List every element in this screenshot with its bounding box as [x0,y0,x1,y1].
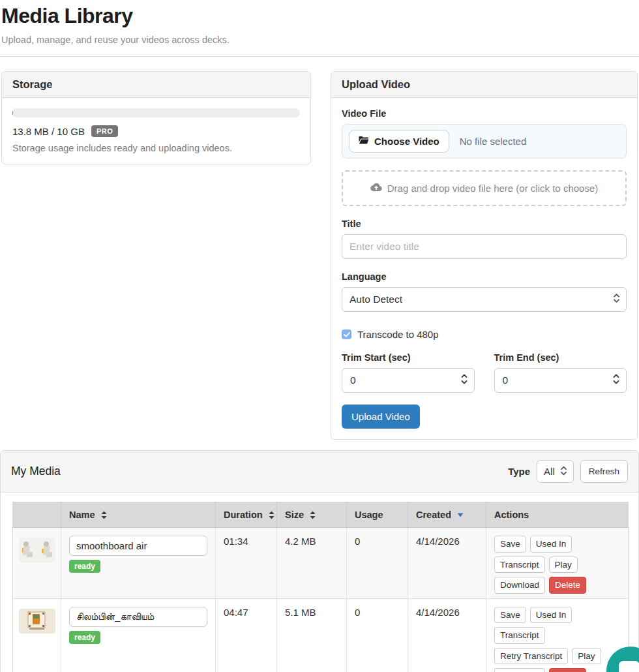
play-button[interactable]: Play [549,557,578,573]
delete-button[interactable]: Delete [549,577,586,594]
select-stepper-icon [560,466,567,478]
trim-start-label: Trim Start (sec) [342,352,475,363]
usage-cell: 0 [347,598,408,672]
sort-icon [269,511,275,519]
my-media-title: My Media [11,465,61,478]
language-select-value: Auto Detect [349,294,402,305]
header-divider [0,56,639,57]
status-badge: ready [69,560,100,573]
media-row: ready 04:47 5.1 MB 0 4/14/2026 Save Used… [13,598,629,672]
storage-usage-text: 13.8 MB / 10 GB [12,126,85,137]
type-filter-label: Type [508,466,530,477]
my-media-section: My Media Type All Refresh [0,450,639,672]
sort-icon [101,511,107,519]
storage-card-title: Storage [2,72,310,98]
media-row: ready 01:34 4.2 MB 0 4/14/2026 Save Used… [13,528,629,599]
sort-desc-icon [457,513,464,517]
transcript-button[interactable]: Transcript [494,557,545,573]
sort-icon [310,511,316,519]
file-input-box[interactable]: Choose Video No file selected [342,124,627,159]
storage-progress-bar [12,108,300,117]
duration-cell: 04:47 [216,598,277,672]
transcode-label: Transcode to 480p [357,329,439,340]
number-stepper-icon[interactable] [612,373,620,388]
choose-video-label: Choose Video [374,136,439,147]
download-button[interactable]: Download [494,577,545,594]
usage-cell: 0 [347,528,408,599]
trim-end-label: Trim End (sec) [494,352,627,363]
upload-video-card: Upload Video Video File Choose Video No … [331,71,638,440]
media-table: Name Duration Size [12,502,629,672]
delete-button[interactable]: Delete [549,668,586,672]
video-file-label: Video File [342,108,627,119]
page-title: Media Library [1,4,638,28]
choose-video-button[interactable]: Choose Video [349,130,449,153]
status-badge: ready [69,631,100,644]
chat-bubble-icon [619,661,639,672]
trim-start-value: 0 [350,374,356,386]
refresh-button[interactable]: Refresh [580,460,628,483]
duration-column-header[interactable]: Duration [216,502,277,528]
size-cell: 4.2 MB [277,528,347,599]
select-stepper-icon [613,294,620,306]
trim-start-input[interactable]: 0 [342,368,475,393]
pro-badge: PRO [91,125,118,137]
created-cell: 4/14/2026 [408,598,486,672]
save-button[interactable]: Save [494,607,526,624]
created-cell: 4/14/2026 [408,528,486,599]
upload-video-button[interactable]: Upload Video [342,405,420,429]
dropzone[interactable]: Drag and drop video file here (or click … [342,170,627,206]
number-stepper-icon[interactable] [460,373,468,388]
table-header-row: Name Duration Size [13,502,629,528]
type-filter-value: All [544,466,555,477]
download-button[interactable]: Download [494,668,545,672]
media-library-page: Media Library Upload, manage, and reuse … [0,0,639,672]
storage-progress-fill [12,108,13,117]
size-column-header[interactable]: Size [277,502,347,528]
media-name-input[interactable] [69,536,207,556]
upload-card-title: Upload Video [331,72,637,98]
transcode-checkbox[interactable] [342,329,351,339]
name-column-header[interactable]: Name [61,502,216,528]
thumbnail-column-header [13,502,61,528]
retry-transcript-button[interactable]: Retry Transcript [494,648,568,665]
video-title-input[interactable] [342,234,627,259]
storage-note: Storage usage includes ready and uploadi… [12,143,300,153]
created-column-header[interactable]: Created [408,502,486,528]
used-in-button[interactable]: Used In [530,536,572,553]
trim-end-value: 0 [503,374,509,386]
title-label: Title [342,219,627,229]
transcript-button[interactable]: Transcript [494,627,545,644]
used-in-button[interactable]: Used In [530,607,572,624]
video-thumbnail [19,538,55,562]
usage-column-header: Usage [347,502,408,528]
type-filter-select[interactable]: All [537,460,574,483]
cloud-upload-icon [370,183,382,194]
dropzone-text: Drag and drop video file here (or click … [387,183,599,194]
duration-cell: 01:34 [216,528,277,599]
check-icon [344,332,350,337]
actions-column-header: Actions [486,502,629,528]
language-select[interactable]: Auto Detect [342,287,627,312]
no-file-text: No file selected [460,136,527,147]
trim-end-input[interactable]: 0 [494,368,627,393]
size-cell: 5.1 MB [277,598,347,672]
page-header: Media Library Upload, manage, and reuse … [0,1,639,45]
page-subtitle: Upload, manage, and reuse your videos ac… [1,35,638,45]
video-thumbnail [19,609,55,634]
language-label: Language [342,271,627,282]
folder-open-icon [359,136,369,147]
save-button[interactable]: Save [494,536,526,553]
storage-card: Storage 13.8 MB / 10 GB PRO Storage usag… [1,71,311,164]
media-name-input[interactable] [69,607,207,627]
play-button[interactable]: Play [572,648,601,665]
